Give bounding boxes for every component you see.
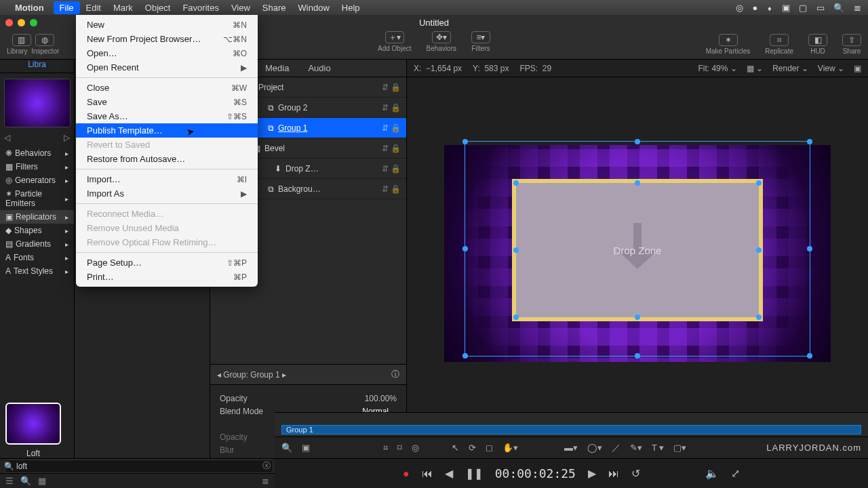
frame-icon[interactable]: ▣ — [302, 443, 310, 453]
search-icon[interactable]: 🔍 — [833, 3, 844, 13]
menu-item-print[interactable]: Print…⌘P — [76, 270, 258, 284]
timecode[interactable]: 00:00:02:25 — [495, 466, 576, 481]
preset-thumb-loft[interactable] — [5, 403, 61, 445]
library-search-input[interactable] — [5, 460, 273, 473]
record-button[interactable]: ● — [403, 468, 410, 480]
layout-icon[interactable]: ▣ — [854, 64, 861, 73]
fit-select[interactable]: Fit: 49% ⌄ — [698, 64, 736, 73]
grid-icon[interactable]: ⌗ — [383, 443, 388, 453]
next-nav[interactable]: ▷ — [64, 133, 70, 142]
cat-filters[interactable]: ▦Filters▸ — [0, 160, 74, 174]
mini-timeline[interactable]: Group 1 — [275, 412, 868, 436]
menu-help[interactable]: Help — [336, 1, 366, 14]
menu-item-save-as[interactable]: Save As…⇧⌘S — [76, 109, 258, 123]
hand-tool[interactable]: ✋▾ — [502, 443, 518, 453]
menu-item-publish-template[interactable]: Publish Template… — [76, 123, 258, 138]
dropbox-icon[interactable]: ⬧ — [767, 3, 772, 13]
layer-lock-icon[interactable]: ⇵ 🔒 — [382, 123, 401, 133]
layer-lock-icon[interactable]: ⇵ 🔒 — [382, 184, 401, 194]
render-menu[interactable]: Render ⌄ — [772, 64, 808, 73]
cat-replicators[interactable]: ▣Replicators▸ — [0, 210, 74, 224]
view-menu[interactable]: View ⌄ — [818, 64, 844, 73]
menu-edit[interactable]: Edit — [80, 1, 107, 14]
zoom-icon[interactable]: 🔍 — [281, 443, 292, 453]
menu-window[interactable]: Window — [292, 1, 336, 14]
step-fwd-button[interactable]: ▶ — [588, 467, 596, 480]
battery-icon[interactable]: ▭ — [816, 3, 825, 13]
cat-behaviors[interactable]: ❋Behaviors▸ — [0, 146, 74, 160]
behaviors-button[interactable]: ✥▾Behaviors — [427, 31, 456, 52]
layer-lock-icon[interactable]: ⇵ 🔒 — [382, 103, 401, 113]
menu-favorites[interactable]: Favorites — [176, 1, 224, 14]
menu-item-page-setup[interactable]: Page Setup…⇧⌘P — [76, 256, 258, 270]
cat-generators[interactable]: ◎Generators▸ — [0, 174, 74, 187]
line-tool[interactable]: ／ — [612, 442, 620, 454]
cat-gradients[interactable]: ▤Gradients▸ — [0, 237, 74, 251]
close-window[interactable] — [5, 19, 13, 26]
cat-particles[interactable]: ✶Particle Emitters▸ — [0, 187, 74, 210]
menu-mark[interactable]: Mark — [107, 1, 139, 14]
menu-item-restore-from-autosave[interactable]: Restore from Autosave… — [76, 152, 258, 166]
step-back-button[interactable]: ◀ — [445, 467, 453, 480]
play-pause-button[interactable]: ❚❚ — [465, 467, 483, 480]
minimize-window[interactable] — [18, 19, 25, 26]
menu-item-import-as[interactable]: Import As▶ — [76, 186, 258, 201]
menu-view[interactable]: View — [225, 1, 256, 14]
timeline-view-icon[interactable]: ≣ — [262, 476, 269, 486]
mask-icon[interactable]: ◎ — [412, 443, 419, 453]
menu-item-new-from-project-browser[interactable]: New From Project Browser…⌥⌘N — [76, 32, 258, 46]
timeline-track[interactable]: Group 1 — [281, 425, 861, 434]
mute-button[interactable]: 🔈 — [705, 467, 719, 480]
tab-audio[interactable]: Audio — [298, 60, 340, 77]
make-particles-button[interactable]: ✶Make Particles — [706, 34, 751, 55]
grid-view-icon[interactable]: ▦ — [38, 476, 46, 486]
circle-tool[interactable]: ◯▾ — [587, 443, 602, 453]
display-icon[interactable]: ▣ — [782, 3, 790, 13]
cat-fonts[interactable]: AFonts▸ — [0, 251, 74, 264]
menu-item-import[interactable]: Import…⌘I — [76, 172, 258, 186]
library-tab[interactable]: Libra — [0, 60, 74, 73]
info-icon[interactable]: ⓘ — [391, 369, 399, 380]
cc-icon[interactable]: ◎ — [736, 3, 743, 13]
layer-name[interactable]: Project — [258, 83, 378, 92]
search-toggle-icon[interactable]: 🔍 — [20, 476, 31, 486]
app-name[interactable]: Motion — [15, 3, 44, 13]
menu-item-open-recent[interactable]: Open Recent▶ — [76, 60, 258, 75]
layer-lock-icon[interactable]: ⇵ 🔒 — [382, 144, 401, 153]
menu-item-close[interactable]: Close⌘W — [76, 81, 258, 95]
clear-search[interactable]: ⓧ — [262, 460, 271, 472]
share-button[interactable]: ⇪Share — [842, 34, 861, 55]
go-start-button[interactable]: ⏮ — [422, 468, 433, 480]
go-end-button[interactable]: ⏭ — [608, 468, 619, 480]
select-tool[interactable]: ↖ — [452, 443, 459, 453]
airplay-icon[interactable]: ▢ — [799, 3, 807, 13]
control-center-icon[interactable]: ≣ — [854, 3, 861, 13]
transform-tool[interactable]: ◻ — [486, 443, 493, 453]
menu-file[interactable]: File — [54, 1, 80, 14]
layer-name[interactable]: Drop Z… — [285, 164, 378, 174]
layer-lock-icon[interactable]: ⇵ 🔒 — [382, 164, 401, 174]
menu-item-save[interactable]: Save⌘S — [76, 95, 258, 109]
list-view-icon[interactable]: ☰ — [5, 476, 14, 486]
zoom-window[interactable] — [30, 19, 37, 26]
layer-lock-icon[interactable]: ⇵ 🔒 — [382, 83, 401, 92]
tab-media[interactable]: Media — [256, 60, 298, 77]
rotate-tool[interactable]: ⟳ — [469, 443, 476, 453]
library-toggle[interactable]: ▥◍ Library Inspector — [7, 34, 59, 55]
layer-name[interactable]: Bevel — [264, 144, 378, 153]
menu-item-open[interactable]: Open…⌘O — [76, 46, 258, 60]
opacity-value[interactable]: 100.00% — [365, 394, 397, 403]
color-channels[interactable]: ▦ ⌄ — [747, 64, 763, 73]
hud-button[interactable]: ◧HUD — [808, 34, 827, 55]
menu-item-new[interactable]: New⌘N — [76, 18, 258, 32]
filters-button[interactable]: ≡▾Filters — [471, 31, 490, 52]
pen-tool[interactable]: ✎▾ — [630, 443, 642, 453]
cat-textstyles[interactable]: AText Styles▸ — [0, 264, 74, 278]
cat-shapes[interactable]: ◆Shapes▸ — [0, 224, 74, 237]
loop-button[interactable]: ↺ — [631, 467, 640, 480]
mask-shape-tool[interactable]: ▢▾ — [673, 443, 686, 453]
snap-icon[interactable]: ⌑ — [397, 443, 402, 453]
add-object-button[interactable]: ＋▾Add Object — [378, 31, 411, 52]
layer-name[interactable]: Group 1 — [278, 123, 378, 133]
rect-tool[interactable]: ▬▾ — [564, 443, 578, 453]
